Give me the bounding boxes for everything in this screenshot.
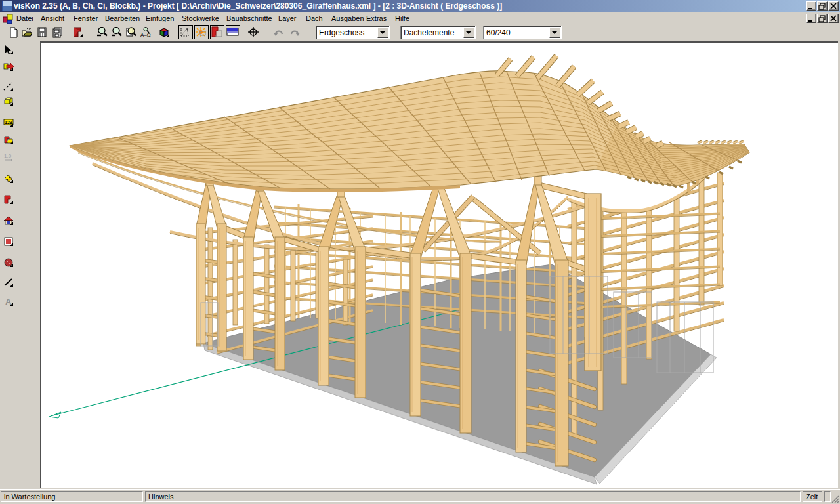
svg-text:A–Ω: A–Ω — [140, 32, 151, 38]
svg-text:123: 123 — [5, 120, 12, 125]
svg-text:1.0: 1.0 — [4, 153, 12, 159]
